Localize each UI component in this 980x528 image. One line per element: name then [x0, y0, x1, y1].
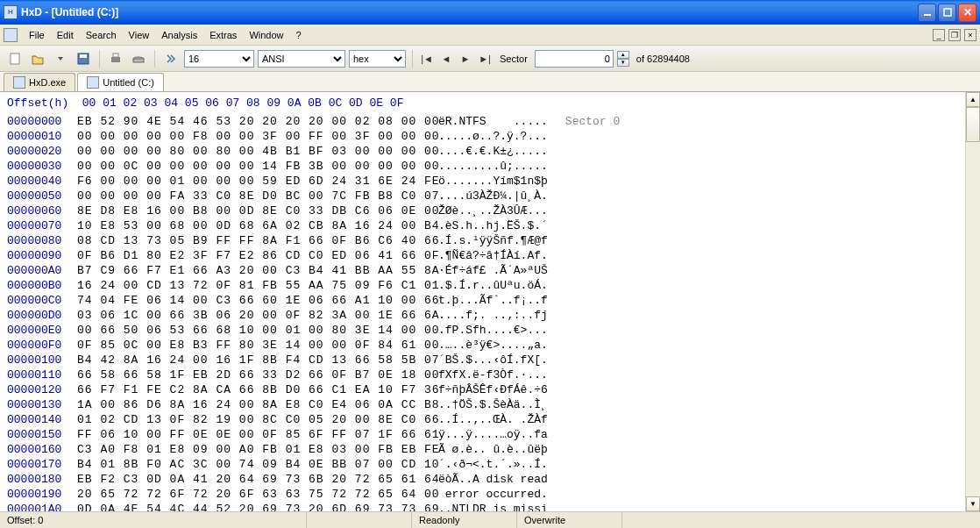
- mdi-close-button[interactable]: ×: [964, 29, 976, 41]
- hex-bytes[interactable]: B4 01 8B F0 AC 3C 00 74 09 B4 0E BB 07 0…: [77, 457, 428, 472]
- vertical-scrollbar[interactable]: ▲ ▼: [965, 92, 980, 511]
- hex-ascii[interactable]: .¶Ñ€â?÷â†ÍÀí.Af.: [438, 248, 548, 263]
- open-disk-button[interactable]: [129, 49, 148, 68]
- hex-ascii[interactable]: t.þ...Ãf`..f¡..f: [438, 293, 548, 308]
- hex-ascii[interactable]: ....f;. ..‚:..fj: [438, 308, 548, 323]
- hex-ascii[interactable]: .Í.s.¹ÿÿŠñf.¶Æ@f: [438, 233, 548, 248]
- hex-bytes[interactable]: 00 00 00 00 00 F8 00 00 3F 00 FF 00 3F 0…: [77, 129, 428, 144]
- prev-sector-button[interactable]: ◄: [438, 51, 454, 67]
- hex-bytes[interactable]: 0F B6 D1 80 E2 3F F7 E2 86 CD C0 ED 06 4…: [77, 248, 428, 263]
- open-button[interactable]: [28, 49, 47, 68]
- base-select[interactable]: hex: [349, 50, 406, 68]
- hex-ascii[interactable]: fXfX.ë-f3Òf.·...: [438, 367, 548, 382]
- hex-content[interactable]: Offset(h) 00 01 02 03 04 05 06 07 08 09 …: [0, 92, 965, 511]
- hex-bytes[interactable]: 10 E8 53 00 68 00 0D 68 6A 02 CB 8A 16 2…: [77, 218, 428, 233]
- hex-ascii[interactable]: Ã ø.è.. û.è..ûëþ: [438, 442, 548, 457]
- hex-bytes[interactable]: C3 A0 F8 01 E8 09 00 A0 FB 01 E8 03 00 F…: [77, 442, 428, 457]
- hex-ascii[interactable]: .........û;.....: [438, 159, 548, 174]
- hex-ascii[interactable]: ÿ...ÿ....…oÿ..fa: [438, 427, 548, 442]
- mdi-restore-button[interactable]: ❐: [948, 29, 961, 41]
- hex-bytes[interactable]: 00 00 0C 00 00 00 00 00 14 FB 3B 00 00 0…: [77, 159, 428, 174]
- hex-bytes[interactable]: 16 24 00 CD 13 72 0F 81 FB 55 AA 75 09 F…: [77, 278, 428, 293]
- scroll-down-button[interactable]: ▼: [966, 496, 980, 511]
- hex-bytes[interactable]: 00 00 00 00 FA 33 C0 8E D0 BC 00 7C FB B…: [77, 189, 428, 203]
- sector-up-button[interactable]: ▲: [617, 51, 629, 59]
- hex-offset: 00000180: [7, 472, 77, 487]
- menu-analysis[interactable]: Analysis: [155, 27, 203, 43]
- hex-ascii[interactable]: ..NTLDR is missi: [438, 502, 548, 511]
- hex-ascii[interactable]: ŽØè..¸..ŽÀ3ÛÆ...: [438, 203, 548, 218]
- hex-ascii[interactable]: ö.......Yím$1n$þ: [438, 174, 548, 189]
- menu-help[interactable]: ?: [290, 27, 308, 43]
- maximize-button[interactable]: [938, 4, 956, 22]
- tab-hxd-exe[interactable]: HxD.exe: [4, 73, 75, 91]
- hex-ascii[interactable]: .fP.Sfh....€>...: [438, 323, 548, 338]
- hex-bytes[interactable]: 74 04 FE 06 14 00 C3 66 60 1E 06 66 A1 1…: [77, 293, 428, 308]
- hex-bytes[interactable]: B7 C9 66 F7 E1 66 A3 20 00 C3 B4 41 BB A…: [77, 263, 428, 278]
- svg-rect-6: [113, 54, 118, 57]
- hex-ascii[interactable]: .èS.h..hj.ËŠ.$.´: [438, 218, 548, 233]
- hex-bytes[interactable]: 8E D8 E8 16 00 B8 00 0D 8E C0 33 DB C6 0…: [77, 203, 428, 218]
- toggle-button[interactable]: [161, 49, 181, 68]
- menu-window[interactable]: Window: [243, 27, 289, 43]
- hex-ascii[interactable]: ....€.€.K±¿.....: [438, 144, 548, 159]
- hex-bytes[interactable]: EB F2 C3 0D 0A 41 20 64 69 73 6B 20 72 6…: [77, 472, 428, 487]
- hex-row: 00000040F6 00 00 00 01 00 00 00 59 ED 6D…: [7, 174, 958, 189]
- hex-ascii[interactable]: error occurred.: [438, 487, 548, 502]
- hex-bytes[interactable]: 08 CD 13 73 05 B9 FF FF 8A F1 66 0F B6 C…: [77, 233, 428, 248]
- mdi-minimize-button[interactable]: _: [933, 29, 945, 41]
- hex-ascii[interactable]: ëR.NTFS .....: [438, 114, 548, 129]
- close-button[interactable]: ✕: [958, 4, 976, 22]
- new-button[interactable]: [5, 49, 25, 68]
- hex-bytes[interactable]: 03 06 1C 00 66 3B 06 20 00 0F 82 3A 00 1…: [77, 308, 428, 323]
- hex-bytes[interactable]: 00 66 50 06 53 66 68 10 00 01 00 80 3E 1…: [77, 323, 428, 338]
- svg-rect-8: [133, 59, 144, 62]
- hex-ascii[interactable]: ....ú3ÀŽĐ¼.|û¸À.: [438, 189, 548, 203]
- hex-bytes[interactable]: 20 65 72 72 6F 72 20 6F 63 63 75 72 72 6…: [77, 487, 428, 502]
- hex-bytes[interactable]: 01 02 CD 13 0F 82 19 00 8C C0 05 20 00 8…: [77, 412, 428, 427]
- hex-offset: 00000060: [7, 203, 77, 218]
- hex-ascii[interactable]: .…..è³ÿ€>....„a.: [438, 338, 548, 353]
- hex-bytes[interactable]: 1A 00 86 D6 8A 16 24 00 8A E8 C0 E4 06 0…: [77, 397, 428, 412]
- hex-bytes[interactable]: 0F 85 0C 00 E8 B3 FF 80 3E 14 00 00 0F 8…: [77, 338, 428, 353]
- hex-ascii[interactable]: f÷ñþÂŠÊf‹ÐfÁê.÷6: [438, 382, 548, 397]
- hex-offset: 00000020: [7, 144, 77, 159]
- hex-bytes[interactable]: 00 00 00 00 80 00 80 00 4B B1 BF 03 00 0…: [77, 144, 428, 159]
- hex-row: 0000008008 CD 13 73 05 B9 FF FF 8A F1 66…: [7, 233, 958, 248]
- hex-bytes[interactable]: EB 52 90 4E 54 46 53 20 20 20 20 00 02 0…: [77, 114, 428, 129]
- last-sector-button[interactable]: ►|: [477, 51, 493, 67]
- menu-edit[interactable]: Edit: [51, 27, 80, 43]
- next-sector-button[interactable]: ►: [458, 51, 473, 67]
- hex-ascii[interactable]: ëòÃ..A disk read: [438, 472, 548, 487]
- scroll-up-button[interactable]: ▲: [966, 92, 980, 107]
- hex-bytes[interactable]: B4 42 8A 16 24 00 16 1F 8B F4 CD 13 66 5…: [77, 353, 428, 367]
- hex-ascii[interactable]: ·Éf÷áf£ .Ã´A»ªUŠ: [438, 263, 548, 278]
- save-button[interactable]: [74, 49, 93, 68]
- bytes-per-row-select[interactable]: 16: [184, 50, 254, 68]
- tab-untitled-c[interactable]: Untitled (C:): [77, 73, 164, 91]
- first-sector-button[interactable]: |◄: [419, 51, 435, 67]
- sector-input[interactable]: [535, 50, 614, 68]
- hex-ascii[interactable]: ´BŠ.$...‹ôÍ.fX[.: [438, 353, 548, 367]
- menu-search[interactable]: Search: [80, 27, 123, 43]
- hex-ascii[interactable]: .$.Í.r..ûUªu.öÁ.: [438, 278, 548, 293]
- hex-bytes[interactable]: 0D 0A 4E 54 4C 44 52 20 69 73 20 6D 69 7…: [77, 502, 428, 511]
- sector-down-button[interactable]: ▼: [617, 59, 629, 67]
- scroll-thumb[interactable]: [966, 107, 980, 142]
- hex-row: 0000003000 00 0C 00 00 00 00 00 14 FB 3B…: [7, 159, 958, 174]
- hex-ascii[interactable]: ..†ÖŠ.$.ŠèÀä..Ì¸: [438, 397, 548, 412]
- hex-ascii[interactable]: ´.‹ð¬<.t.´.»..Í.: [438, 457, 548, 472]
- hex-bytes[interactable]: 66 F7 F1 FE C2 8A CA 66 8B D0 66 C1 EA 1…: [77, 382, 428, 397]
- hex-bytes[interactable]: F6 00 00 00 01 00 00 00 59 ED 6D 24 31 6…: [77, 174, 428, 189]
- menu-view[interactable]: View: [123, 27, 156, 43]
- menu-extras[interactable]: Extras: [203, 27, 243, 43]
- hex-ascii[interactable]: ..Í..‚..ŒÀ. .ŽÀf: [438, 412, 548, 427]
- print-button[interactable]: [106, 49, 125, 68]
- hex-bytes[interactable]: FF 06 10 00 FF 0E 0E 00 0F 85 6F FF 07 1…: [77, 427, 428, 442]
- save-dropdown-button[interactable]: [51, 49, 70, 68]
- menu-file[interactable]: File: [23, 27, 51, 43]
- minimize-button[interactable]: [918, 4, 936, 22]
- hex-ascii[interactable]: .....ø..?.ÿ.?...: [438, 129, 548, 144]
- hex-bytes[interactable]: 66 58 66 58 1F EB 2D 66 33 D2 66 0F B7 0…: [77, 367, 428, 382]
- encoding-select[interactable]: ANSI: [258, 50, 345, 68]
